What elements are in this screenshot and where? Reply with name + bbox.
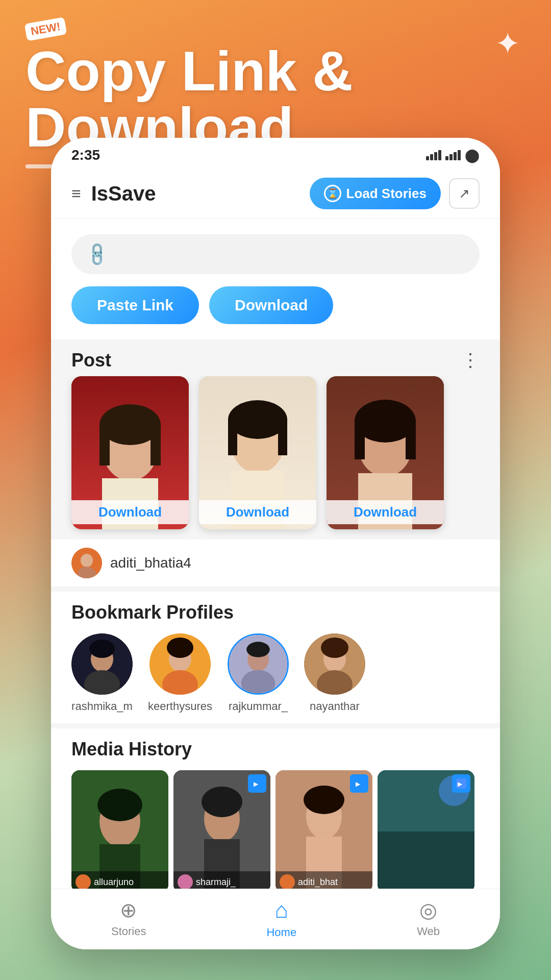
- app-header: ≡ IsSave ⌛ Load Stories ↗: [51, 168, 500, 219]
- hamburger-icon[interactable]: ≡: [71, 184, 81, 203]
- media-user-row: alluarjuno: [71, 871, 168, 889]
- media-item[interactable]: ▶ sharmaji_: [173, 770, 270, 889]
- svg-point-32: [246, 642, 270, 657]
- bottom-nav: ⊕ Stories ⌂ Home ◎ Web: [51, 889, 500, 949]
- link-section: 🔗 Paste Link Download: [51, 219, 500, 339]
- home-icon: ⌂: [275, 897, 289, 923]
- bookmark-item[interactable]: rajkummar_: [228, 633, 289, 713]
- link-input-row: 🔗: [71, 234, 480, 274]
- media-section: Media History alluarjuno: [51, 728, 500, 889]
- bookmark-avatar: [149, 633, 211, 695]
- nav-item-stories[interactable]: ⊕ Stories: [111, 898, 146, 938]
- svg-rect-4: [99, 425, 110, 465]
- bookmark-profiles: rashmika_m keerth: [71, 633, 480, 713]
- phone-mockup: 2:35 ⬤ ≡ IsSave ⌛ Load Stories ↗: [51, 138, 500, 949]
- svg-point-50: [304, 786, 344, 814]
- bookmark-item[interactable]: keerthysures: [148, 633, 212, 713]
- new-badge: NEW!: [24, 17, 67, 41]
- profile-avatar: [71, 548, 102, 578]
- sparkle-icon: ✦: [495, 26, 520, 61]
- svg-point-28: [167, 638, 193, 658]
- download-button[interactable]: Download: [209, 286, 333, 324]
- status-bar: 2:35 ⬤: [51, 138, 500, 168]
- bookmark-avatar: [71, 633, 133, 695]
- svg-point-36: [321, 638, 348, 658]
- media-user-avatar: [76, 874, 91, 889]
- nav-item-web[interactable]: ◎ Web: [417, 898, 440, 938]
- profile-name: aditi_bhatia4: [110, 555, 191, 571]
- svg-text:▶: ▶: [356, 780, 361, 788]
- svg-text:▶: ▶: [254, 780, 259, 788]
- bookmark-avatar: [228, 633, 289, 695]
- post-card: Download: [199, 376, 316, 529]
- media-user-name: sharmaji_: [196, 877, 236, 888]
- media-user-row: aditi_bhat: [276, 871, 372, 889]
- svg-rect-5: [151, 425, 161, 465]
- nav-label-web: Web: [417, 925, 440, 938]
- post-download-label[interactable]: Download: [71, 500, 189, 524]
- media-video-badge: ▶: [350, 774, 368, 793]
- svg-text:▶: ▶: [458, 780, 463, 788]
- svg-point-24: [89, 640, 115, 658]
- svg-rect-10: [228, 420, 237, 455]
- bookmark-item[interactable]: nayanthar: [304, 633, 365, 713]
- nav-label-home: Home: [266, 926, 296, 939]
- header-right: ⌛ Load Stories ↗: [310, 178, 480, 209]
- post-card: Download: [71, 376, 189, 529]
- bookmark-section: Bookmark Profiles r: [51, 592, 500, 723]
- share-icon: ↗: [459, 186, 470, 202]
- svg-rect-54: [378, 831, 474, 889]
- paste-link-button[interactable]: Paste Link: [71, 286, 199, 324]
- battery-icon: ⬤: [465, 148, 480, 163]
- post-download-label[interactable]: Download: [327, 500, 444, 524]
- bookmark-avatar-img: [229, 635, 287, 693]
- post-section-header: Post ⋮: [51, 339, 500, 376]
- link-input[interactable]: [115, 246, 464, 262]
- action-buttons: Paste Link Download: [71, 286, 480, 324]
- post-card: Download: [327, 376, 444, 529]
- load-stories-button[interactable]: ⌛ Load Stories: [310, 178, 441, 209]
- post-download-label[interactable]: Download: [199, 500, 316, 524]
- bookmark-name: keerthysures: [148, 700, 212, 713]
- web-icon: ◎: [419, 898, 437, 922]
- more-options-icon[interactable]: ⋮: [461, 350, 480, 371]
- post-section-title: Post: [71, 350, 111, 371]
- media-user-avatar: [178, 874, 193, 889]
- nav-label-stories: Stories: [111, 925, 146, 938]
- signal-icon: [426, 150, 441, 160]
- main-content: 🔗 Paste Link Download Post ⋮: [51, 219, 500, 889]
- bookmark-name: nayanthar: [310, 700, 360, 713]
- media-item[interactable]: alluarjuno: [71, 770, 168, 889]
- media-user-name: alluarjuno: [94, 877, 134, 888]
- svg-point-44: [202, 787, 242, 817]
- bookmark-name: rashmika_m: [71, 700, 133, 713]
- nav-item-home[interactable]: ⌂ Home: [266, 897, 296, 939]
- bookmark-item[interactable]: rashmika_m: [71, 633, 133, 713]
- posts-grid: Download: [51, 376, 500, 540]
- svg-point-19: [81, 554, 93, 567]
- svg-rect-11: [278, 420, 287, 455]
- status-time: 2:35: [71, 147, 100, 163]
- media-user-row: sharmaji_: [173, 871, 270, 889]
- media-grid: alluarjuno ▶: [71, 770, 480, 889]
- load-stories-icon: ⌛: [324, 185, 341, 202]
- media-user-avatar: [280, 874, 295, 889]
- load-stories-label: Load Stories: [346, 186, 427, 202]
- media-video-badge: ▶: [248, 774, 266, 793]
- media-video-badge: ▶: [452, 774, 470, 793]
- status-icons: ⬤: [426, 148, 480, 163]
- media-item[interactable]: ▶: [378, 770, 474, 889]
- link-icon: 🔗: [83, 240, 111, 268]
- stories-icon: ⊕: [120, 898, 137, 922]
- bookmark-avatar-img: [149, 633, 211, 695]
- media-item[interactable]: ▶ aditi_bhat: [276, 770, 372, 889]
- bookmark-avatar: [304, 633, 365, 695]
- header-left: ≡ IsSave: [71, 182, 156, 205]
- share-button[interactable]: ↗: [449, 178, 480, 209]
- media-user-name: aditi_bhat: [298, 877, 338, 888]
- bookmark-avatar-img: [304, 633, 365, 695]
- app-title: IsSave: [91, 182, 156, 205]
- bookmark-avatar-img: [71, 633, 133, 695]
- bookmark-section-title: Bookmark Profiles: [71, 602, 234, 623]
- profile-row: aditi_bhatia4: [51, 540, 500, 586]
